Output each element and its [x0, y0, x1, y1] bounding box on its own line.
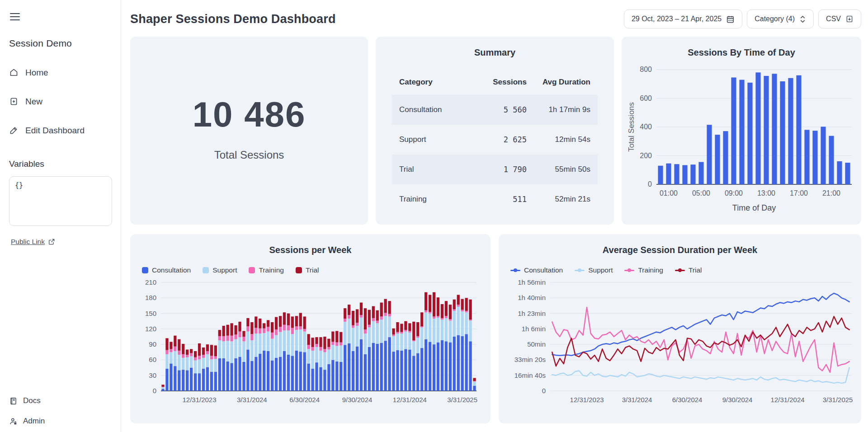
- bar-segment-support: [364, 333, 367, 354]
- bar-segment-training: [283, 325, 286, 331]
- sidebar-item-admin[interactable]: Admin: [9, 417, 45, 426]
- bar-segment-consultation: [319, 367, 322, 391]
- bar-segment-consultation: [461, 336, 464, 391]
- bar-segment-consultation: [376, 344, 379, 391]
- topbar: Shaper Sessions Demo Dashboard 29 Oct, 2…: [130, 7, 861, 31]
- date-range-button[interactable]: 29 Oct, 2023 – 21 Apr, 2025: [624, 9, 742, 28]
- sessions-cell: 511: [478, 184, 534, 214]
- bar-segment-training: [287, 325, 290, 330]
- bar-segment-consultation: [416, 353, 419, 391]
- bar-segment-training: [473, 381, 476, 381]
- legend-line-marker-icon: [575, 268, 585, 273]
- legend-item-support: Support: [203, 266, 237, 274]
- public-link[interactable]: Public Link: [11, 238, 55, 246]
- bar-segment-training: [279, 327, 282, 332]
- bar-segment-training: [416, 336, 419, 338]
- bar-segment-training: [210, 356, 213, 359]
- page-title: Shaper Sessions Demo Dashboard: [130, 12, 336, 26]
- category-cell: Training: [392, 184, 478, 214]
- bar-segment-support: [287, 330, 290, 355]
- bar-segment-training: [246, 326, 249, 331]
- bar-segment-consultation: [271, 361, 274, 391]
- stacked-bars-group: [161, 292, 476, 391]
- sidebar-item-home[interactable]: Home: [9, 68, 112, 78]
- bar-segment-trial: [404, 321, 407, 330]
- bar-segment-training: [174, 347, 176, 351]
- bar-segment-trial: [287, 314, 290, 325]
- sessions-by-time-of-day-chart: 020040060080001:0005:0009:0013:0017:0021…: [627, 63, 856, 214]
- header-controls: 29 Oct, 2023 – 21 Apr, 2025 Category (4)…: [624, 9, 861, 28]
- cards-row-2: Sessions per Week ConsultationSupportTra…: [130, 234, 861, 423]
- category-filter-select[interactable]: Category (4): [747, 9, 814, 28]
- table-row: Support 2 625 12min 54s: [392, 125, 598, 155]
- bar-segment-training: [437, 316, 439, 317]
- bar-segment-trial: [356, 309, 359, 323]
- bar-segment-training: [275, 329, 278, 335]
- sessions-per-week-title: Sessions per Week: [130, 234, 491, 255]
- bar-segment-trial: [194, 351, 197, 357]
- pencil-icon: [9, 126, 19, 135]
- sidebar-item-label: Edit Dashboard: [25, 126, 85, 136]
- legend-line-marker-icon: [624, 268, 634, 273]
- bar-segment-trial: [206, 344, 209, 351]
- svg-text:01:00: 01:00: [660, 189, 678, 197]
- bar-segment-consultation: [263, 351, 265, 391]
- app-title: Session Demo: [9, 38, 112, 49]
- bar-segment-support: [271, 339, 274, 361]
- bar-segment-consultation: [356, 347, 359, 391]
- bar-segment-training: [222, 336, 225, 341]
- avg-duration-cell: 12min 54s: [534, 125, 598, 155]
- bar-segment-training: [392, 334, 395, 336]
- svg-text:3/31/2025: 3/31/2025: [823, 396, 853, 404]
- bar-segment-training: [380, 316, 383, 319]
- bar-segment-trial: [303, 316, 306, 329]
- variables-input[interactable]: {}: [9, 176, 112, 226]
- bar-segment-trial: [250, 322, 253, 334]
- bar-segment-consultation: [275, 358, 278, 391]
- bar-segment-trial: [449, 305, 452, 319]
- bar-segment-support: [230, 341, 233, 363]
- bar-segment-consultation: [335, 362, 338, 391]
- svg-text:Time of Day: Time of Day: [732, 203, 776, 212]
- bar-segment-trial: [433, 292, 435, 317]
- bar-segment-support: [457, 307, 460, 335]
- bar-segment-trial: [291, 316, 294, 328]
- bar-segment-training: [291, 328, 294, 334]
- bar-segment-trial: [388, 301, 391, 314]
- avg-duration-cell: 52min 21s: [534, 184, 598, 214]
- column-header-sessions: Sessions: [478, 70, 534, 95]
- sessions-per-week-legend: ConsultationSupportTrainingTrial: [142, 266, 491, 274]
- svg-text:12/31/2023: 12/31/2023: [570, 396, 604, 404]
- hamburger-menu-button[interactable]: [9, 9, 21, 24]
- bar-segment-training: [376, 321, 379, 324]
- bar-segment-consultation: [250, 361, 253, 391]
- bar-segment-support: [246, 332, 249, 350]
- bar-segment-trial: [182, 344, 184, 354]
- bar-segment-trial: [445, 301, 448, 316]
- bar-segment-trial: [165, 338, 168, 350]
- bar-segment-support: [311, 351, 314, 369]
- bar-segment-training: [335, 343, 338, 346]
- chevron-updown-icon: [799, 15, 806, 23]
- svg-text:05:00: 05:00: [692, 189, 710, 197]
- svg-text:0: 0: [153, 387, 156, 394]
- bar-segment-trial: [234, 325, 237, 335]
- csv-export-button[interactable]: CSV: [818, 9, 861, 28]
- bar-segment-consultation: [230, 363, 233, 391]
- bar-segment-trial: [396, 322, 399, 332]
- calendar-icon: [726, 15, 735, 23]
- bar-segment-trial: [279, 316, 282, 327]
- bar-segment-trial: [311, 338, 314, 347]
- bar-segment-consultation: [420, 348, 423, 391]
- sidebar-item-docs[interactable]: Docs: [9, 396, 45, 405]
- bar-segment-consultation: [465, 334, 467, 391]
- bar-segment-consultation: [327, 364, 330, 391]
- bar-segment-trial: [348, 305, 350, 315]
- sidebar-item-new[interactable]: New: [9, 97, 112, 107]
- sidebar-item-edit-dashboard[interactable]: Edit Dashboard: [9, 126, 112, 136]
- bar-segment-support: [348, 319, 350, 343]
- bar-segment-support: [303, 332, 306, 352]
- bar-segment-training: [226, 336, 229, 341]
- bar-segment-training: [178, 351, 180, 355]
- bar-segment-support: [198, 359, 201, 373]
